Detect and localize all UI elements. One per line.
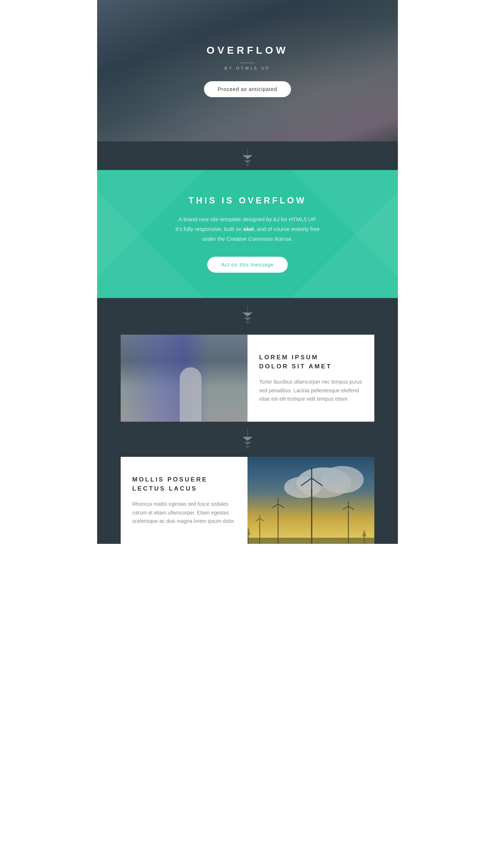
connector-line bbox=[248, 148, 248, 155]
content-block-1-body: Tortor faucibus ullamcorper nec tempus p… bbox=[259, 378, 363, 404]
content-block-1-title: LOREM IPSUM DOLOR SIT AMET bbox=[259, 353, 363, 371]
arrow-triangles-1 bbox=[242, 155, 253, 166]
triangle-7 bbox=[242, 437, 253, 441]
triangle-6 bbox=[245, 322, 250, 324]
arrow-triangles-2 bbox=[242, 313, 253, 324]
hero-divider bbox=[240, 63, 255, 63]
dark-section: LOREM IPSUM DOLOR SIT AMET Tortor faucib… bbox=[97, 335, 398, 544]
arrow-connector-2 bbox=[97, 298, 398, 335]
subway-image bbox=[121, 335, 248, 422]
connector-line-3 bbox=[248, 430, 248, 437]
triangle-8 bbox=[244, 442, 251, 445]
hero-section: OVERFLOW BY HTML5 UP Proceed as anticipa… bbox=[97, 0, 398, 141]
content-block-1: LOREM IPSUM DOLOR SIT AMET Tortor faucib… bbox=[121, 335, 374, 422]
page-wrapper: OVERFLOW BY HTML5 UP Proceed as anticipa… bbox=[97, 0, 398, 546]
svg-rect-24 bbox=[248, 538, 374, 544]
green-section-cta-button[interactable]: Act on this message bbox=[207, 257, 287, 273]
hero-subtitle: BY HTML5 UP bbox=[225, 66, 271, 70]
triangle-5 bbox=[244, 318, 251, 321]
hero-cta-button[interactable]: Proceed as anticipated bbox=[204, 81, 291, 97]
connector-line-2 bbox=[248, 305, 248, 313]
triangle-2 bbox=[244, 160, 251, 163]
triangle-1 bbox=[242, 155, 253, 159]
green-section-title: THIS IS OVERFLOW bbox=[112, 195, 383, 206]
content-text-2: MOLLIS POSUERE LECTUS LACUS Rhoncus matt… bbox=[121, 457, 248, 544]
svg-point-7 bbox=[284, 476, 321, 498]
triangle-9 bbox=[245, 446, 250, 448]
svg-rect-25 bbox=[248, 533, 249, 544]
content-block-2-body: Rhoncus mattis egestas sed fusce sodales… bbox=[132, 500, 236, 526]
wind-image bbox=[248, 457, 374, 544]
content-block-2-title: MOLLIS POSUERE LECTUS LACUS bbox=[132, 475, 236, 493]
content-block-2: MOLLIS POSUERE LECTUS LACUS Rhoncus matt… bbox=[121, 457, 374, 544]
arrow-connector-1 bbox=[97, 141, 398, 170]
triangle-3 bbox=[245, 164, 250, 166]
content-text-1: LOREM IPSUM DOLOR SIT AMET Tortor faucib… bbox=[248, 335, 374, 422]
hero-title: OVERFLOW bbox=[207, 45, 288, 56]
green-section: THIS IS OVERFLOW A brand new site templa… bbox=[97, 170, 398, 298]
green-section-body: A brand new site template designed by AJ… bbox=[157, 214, 338, 244]
arrow-triangles-3 bbox=[242, 437, 253, 448]
svg-point-6 bbox=[321, 466, 363, 493]
arrow-connector-3 bbox=[97, 424, 398, 457]
triangle-4 bbox=[242, 313, 253, 317]
